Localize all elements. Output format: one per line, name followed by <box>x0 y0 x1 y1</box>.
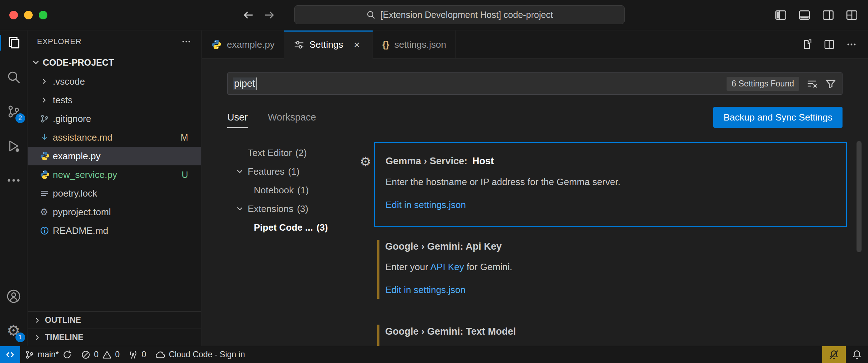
notifications-bell-icon[interactable] <box>846 346 868 363</box>
git-status-badge: U <box>182 170 201 180</box>
tree-item-pyproject-toml[interactable]: ⚙ pyproject.toml <box>28 203 201 221</box>
chevron-down-icon <box>31 58 41 67</box>
markdown-icon <box>40 133 53 142</box>
info-icon <box>40 226 53 235</box>
explorer-root-folder[interactable]: CODE-PROJECT <box>28 53 201 72</box>
api-key-link[interactable]: API Key <box>430 261 464 272</box>
toggle-secondary-sidebar-icon[interactable] <box>822 9 834 21</box>
tree-item-poetry-lock[interactable]: poetry.lock <box>28 184 201 203</box>
editor-group: example.py Settings × {} settings.json <box>202 30 868 346</box>
setting-description: Enter your API Key for Gemini. <box>385 261 512 273</box>
tree-item-tests[interactable]: tests <box>28 91 201 109</box>
source-control-view-icon[interactable]: 2 <box>0 102 27 122</box>
branch-icon <box>24 350 34 360</box>
setting-row-google-gemini-text-model[interactable]: Google › Gemini: Text Model <box>385 326 516 337</box>
tab-settings-json[interactable]: {} settings.json <box>373 30 456 58</box>
settings-sliders-icon <box>294 39 304 50</box>
chevron-down-icon <box>235 204 248 213</box>
search-view-icon[interactable] <box>0 67 27 87</box>
cloud-code-status-item[interactable]: Cloud Code - Sign in <box>150 346 249 363</box>
window-controls <box>9 11 47 19</box>
customize-layout-icon[interactable] <box>846 9 858 21</box>
explorer-more-actions-icon[interactable] <box>181 36 192 47</box>
remote-indicator[interactable] <box>0 346 20 363</box>
list-lines-icon <box>40 189 53 198</box>
python-icon <box>40 151 53 161</box>
settings-found-badge: 6 Settings Found <box>727 77 799 91</box>
chevron-down-icon <box>235 167 248 176</box>
toc-item-extensions[interactable]: Extensions (3) <box>227 199 367 218</box>
modified-setting-indicator <box>377 325 379 346</box>
more-actions-icon[interactable] <box>846 39 857 50</box>
do-not-disturb-status-item[interactable] <box>822 346 846 363</box>
cloud-icon <box>155 349 165 360</box>
settings-search-input[interactable]: pipet 6 Settings Found <box>227 72 843 95</box>
git-icon <box>40 114 53 123</box>
tree-item-assistance-md[interactable]: assistance.md M <box>28 128 201 147</box>
toggle-primary-sidebar-icon[interactable] <box>775 9 787 21</box>
accounts-icon[interactable] <box>0 286 27 306</box>
filter-icon[interactable] <box>825 78 836 89</box>
scope-tab-user[interactable]: User <box>227 112 248 123</box>
search-icon <box>366 10 375 19</box>
toc-item-text-editor[interactable]: Text Editor (2) <box>227 143 367 162</box>
command-center-label: [Extension Development Host] code-projec… <box>381 10 553 20</box>
timeline-section-header[interactable]: TIMELINE <box>28 329 201 346</box>
warnings-icon <box>102 350 112 360</box>
setting-row-google-gemini-api-key[interactable]: Google › Gemini: Api Key <box>385 241 502 252</box>
toggle-panel-icon[interactable] <box>798 9 811 21</box>
tree-item-gitignore[interactable]: .gitignore <box>28 109 201 128</box>
chevron-right-icon <box>33 334 41 341</box>
scrollbar-thumb[interactable] <box>857 141 862 252</box>
setting-category: Gemma › Service: <box>386 156 467 166</box>
close-tab-icon[interactable]: × <box>350 38 363 51</box>
go-forward-icon[interactable] <box>263 9 275 21</box>
problems-status-item[interactable]: 0 0 <box>76 346 124 363</box>
edit-in-settings-json-link[interactable]: Edit in settings.json <box>386 199 466 211</box>
toc-item-features[interactable]: Features (1) <box>227 162 367 181</box>
close-window-button[interactable] <box>9 11 18 19</box>
python-icon <box>40 170 53 180</box>
tab-bar: example.py Settings × {} settings.json <box>202 30 868 58</box>
git-status-badge: M <box>181 132 201 143</box>
zoom-window-button[interactable] <box>39 11 47 19</box>
clear-search-icon[interactable] <box>806 78 818 89</box>
toc-item-notebook[interactable]: Notebook (1) <box>227 181 367 199</box>
chevron-right-icon <box>33 316 41 324</box>
status-bar: main* 0 0 0 Cloud Code - Sign in <box>0 346 868 363</box>
toc-item-pipet-code[interactable]: Pipet Code ... (3) <box>227 218 367 237</box>
gear-file-icon: ⚙ <box>40 207 53 217</box>
command-center[interactable]: [Extension Development Host] code-projec… <box>294 5 625 24</box>
tab-settings[interactable]: Settings × <box>284 30 373 59</box>
setting-row-gemma-service-host[interactable]: Gemma › Service: Host Enter the hostname… <box>374 142 847 227</box>
split-editor-icon[interactable] <box>823 39 835 50</box>
tab-example-py[interactable]: example.py <box>202 30 284 58</box>
edit-in-settings-json-link[interactable]: Edit in settings.json <box>385 284 466 296</box>
explorer-view-icon[interactable] <box>0 33 27 53</box>
setting-label: Host <box>472 156 494 166</box>
tree-item-vscode[interactable]: .vscode <box>28 72 201 91</box>
tree-item-readme-md[interactable]: README.md <box>28 221 201 240</box>
search-text-selection: pipet <box>233 77 256 90</box>
backup-sync-settings-button[interactable]: Backup and Sync Settings <box>713 107 843 128</box>
open-settings-json-icon[interactable] <box>801 39 813 50</box>
setting-actions-gear-icon[interactable]: ⚙ <box>360 155 371 168</box>
chevron-right-icon <box>40 96 53 104</box>
additional-views-icon[interactable] <box>0 170 27 190</box>
manage-gear-icon[interactable]: ⚙ 1 <box>0 321 27 341</box>
explorer-title: EXPLORER <box>37 37 81 46</box>
modified-setting-indicator <box>377 240 379 299</box>
chevron-right-icon <box>40 77 53 86</box>
tree-item-new-service-py[interactable]: new_service.py U <box>28 165 201 184</box>
text-caret <box>256 77 257 90</box>
go-back-icon[interactable] <box>243 9 254 21</box>
tree-item-example-py[interactable]: example.py <box>28 147 201 165</box>
run-debug-view-icon[interactable] <box>0 136 27 156</box>
minimize-window-button[interactable] <box>24 11 33 19</box>
scope-tab-workspace[interactable]: Workspace <box>268 112 316 123</box>
outline-section-header[interactable]: OUTLINE <box>28 311 201 329</box>
sync-icon <box>62 350 72 360</box>
branch-status-item[interactable]: main* <box>20 346 76 363</box>
ports-status-item[interactable]: 0 <box>124 346 150 363</box>
bell-slash-icon <box>829 349 839 360</box>
